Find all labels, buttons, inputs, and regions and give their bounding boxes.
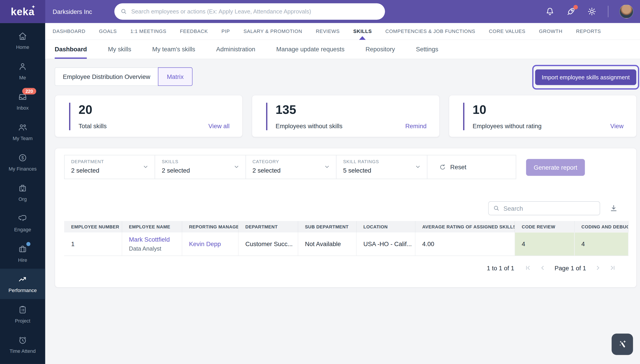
sidebar-item-label: My Finances [9, 166, 37, 172]
col-location: LOCATION [356, 221, 415, 232]
sidebar-item-inbox[interactable]: 220 Inbox [0, 86, 45, 117]
table-search[interactable] [488, 201, 600, 215]
employees-without-skills-label: Employees without skills [276, 122, 342, 129]
table-row: 1 Mark Scottfield Data Analyst Kevin Dep… [64, 232, 628, 256]
subtab-dashboard[interactable]: Dashboard [55, 46, 87, 59]
notifications-button[interactable] [545, 6, 555, 16]
card-accent-bar [266, 103, 267, 130]
col-coding-and-debugging: CODING AND DEBUGG [574, 221, 628, 232]
bell-icon [545, 6, 555, 16]
reset-label: Reset [450, 164, 466, 170]
reset-filters-button[interactable]: Reset [427, 155, 516, 179]
sidebar-item-time-attend[interactable]: Time Attend [0, 330, 45, 360]
skills-filter-label: SKILLS [162, 159, 239, 164]
subtab-administration[interactable]: Administration [216, 46, 255, 59]
tab-goals[interactable]: GOALS [99, 23, 117, 40]
tab-growth[interactable]: GROWTH [539, 23, 563, 40]
sidebar-item-hire[interactable]: Hire [0, 238, 45, 269]
subtab-manage-update-requests[interactable]: Manage update requests [276, 46, 344, 59]
keka-logo[interactable]: keka ✦ [0, 0, 45, 23]
skill-ratings-filter-value: 5 selected [343, 167, 420, 174]
category-filter[interactable]: CATEGORY 2 selected [246, 155, 337, 179]
tab-salary-promotion[interactable]: SALARY & PROMOTION [244, 23, 302, 40]
category-filter-value: 2 selected [253, 167, 329, 174]
global-search-input[interactable] [131, 8, 379, 15]
sidebar-item-performance[interactable]: Performance [0, 269, 45, 299]
subtab-repository[interactable]: Repository [366, 46, 395, 59]
home-icon [18, 31, 28, 41]
performance-module-nav: DASHBOARD GOALS 1:1 MEETINGS FEEDBACK PI… [45, 23, 640, 40]
reporting-manager-link[interactable]: Kevin Depp [189, 240, 221, 248]
global-search[interactable] [114, 3, 385, 20]
tab-feedback[interactable]: FEEDBACK [180, 23, 208, 40]
skills-sub-nav: Dashboard My skills My team's skills Adm… [45, 40, 640, 59]
clipboard-icon [18, 305, 28, 315]
chevron-down-icon [233, 164, 240, 170]
sidebar-item-my-finances[interactable]: $ My Finances [0, 147, 45, 178]
first-page-button[interactable] [525, 265, 531, 271]
table-header-row: EMPLOYEE NUMBER EMPLOYEE NAME REPORTING … [64, 221, 628, 232]
employees-without-rating-value: 10 [473, 104, 624, 116]
department-filter-value: 2 selected [71, 167, 148, 174]
tab-competencies-job-functions[interactable]: COMPETENCIES & JOB FUNCTIONS [385, 23, 475, 40]
toggle-matrix[interactable]: Matrix [158, 68, 192, 86]
sidebar-item-my-team[interactable]: My Team [0, 117, 45, 147]
main-area: DASHBOARD GOALS 1:1 MEETINGS FEEDBACK PI… [45, 23, 640, 364]
next-page-button[interactable] [595, 265, 601, 271]
inbox-badge: 220 [22, 88, 36, 94]
department-filter[interactable]: DEPARTMENT 2 selected [65, 155, 155, 179]
skill-ratings-filter[interactable]: SKILL RATINGS 5 selected [337, 155, 427, 179]
cell-employee-name: Mark Scottfield Data Analyst [122, 232, 182, 256]
cell-department: Customer Succ... [238, 232, 298, 256]
generate-report-button[interactable]: Generate report [526, 159, 585, 176]
users-icon [18, 122, 28, 132]
subtab-settings[interactable]: Settings [416, 46, 438, 59]
sidebar: Home Me 220 Inbox My Team $ My Finances … [0, 23, 45, 364]
assistant-fab[interactable] [612, 334, 633, 355]
view-all-link[interactable]: View all [208, 122, 230, 129]
tab-1-1-meetings[interactable]: 1:1 MEETINGS [130, 23, 166, 40]
tab-reports[interactable]: REPORTS [576, 23, 601, 40]
tab-core-values[interactable]: CORE VALUES [489, 23, 525, 40]
reset-icon [439, 164, 446, 171]
tab-dashboard[interactable]: DASHBOARD [53, 23, 86, 40]
tab-reviews[interactable]: REVIEWS [316, 23, 340, 40]
view-link[interactable]: View [610, 122, 624, 129]
tab-pip[interactable]: PIP [222, 23, 230, 40]
employee-role: Data Analyst [129, 246, 182, 252]
cell-reporting-manager: Kevin Depp [182, 232, 238, 256]
remind-link[interactable]: Remind [405, 122, 426, 129]
tab-skills[interactable]: SKILLS [353, 23, 372, 40]
sidebar-item-me[interactable]: Me [0, 56, 45, 86]
previous-page-button[interactable] [540, 265, 546, 271]
sidebar-item-org[interactable]: Org [0, 178, 45, 208]
whats-new-button[interactable] [566, 6, 576, 16]
sidebar-item-engage[interactable]: Engage [0, 208, 45, 238]
sidebar-item-label: Me [19, 75, 26, 81]
sidebar-item-project[interactable]: Project [0, 299, 45, 330]
chevron-down-icon [414, 164, 421, 170]
search-icon [493, 205, 500, 212]
sidebar-item-home[interactable]: Home [0, 26, 45, 56]
chevron-down-icon [324, 164, 330, 170]
magic-wand-icon [616, 338, 628, 350]
skills-filter[interactable]: SKILLS 2 selected [155, 155, 246, 179]
sidebar-item-label: Project [15, 318, 30, 324]
subtab-my-skills[interactable]: My skills [108, 46, 131, 59]
col-department: DEPARTMENT [238, 221, 298, 232]
settings-button[interactable] [587, 6, 597, 16]
hire-notification-dot [26, 242, 30, 246]
employee-name-link[interactable]: Mark Scottfield [129, 236, 182, 243]
building-icon [18, 183, 28, 193]
subtab-my-teams-skills[interactable]: My team's skills [152, 46, 195, 59]
sidebar-item-label: Time Attend [10, 348, 36, 354]
toggle-employee-distribution-overview[interactable]: Employee Distribution Overview [55, 68, 158, 86]
sidebar-item-label: Performance [9, 288, 37, 294]
sidebar-item-label: Home [16, 44, 29, 50]
cell-sub-department: Not Available [298, 232, 356, 256]
sidebar-item-label: Inbox [17, 105, 29, 111]
last-page-button[interactable] [610, 265, 616, 271]
import-employee-skills-button[interactable]: Import employee skills assignment [535, 70, 636, 85]
table-search-input[interactable] [503, 205, 595, 212]
download-button[interactable] [609, 204, 618, 213]
